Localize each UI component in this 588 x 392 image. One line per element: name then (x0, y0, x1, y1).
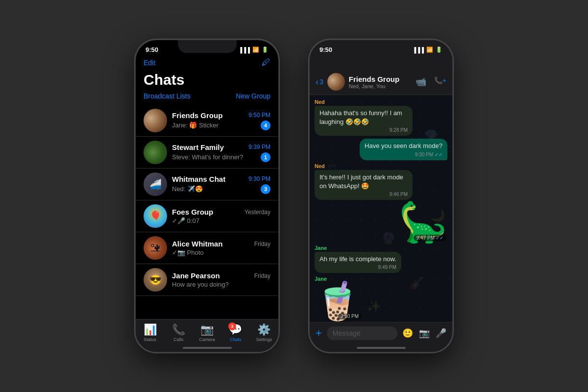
status-bar-left: 9:50 ▐▐▐ 📶 🔋 (136, 40, 278, 55)
chat-item-whitmans-chat[interactable]: 🚄 Whitmans Chat 9:30 PM Ned: ✈️😍 3 (136, 169, 278, 200)
message-out-darkmode: Have you seen dark mode? 9:30 PM ✓✓ (360, 139, 447, 160)
signal-icon: ▐▐▐ (239, 47, 250, 53)
chats-tab-label: Chats (230, 337, 242, 342)
tab-status[interactable]: 📊 Status (136, 323, 164, 342)
msg-text-jane-mylife: Ah my life is complete now. (319, 255, 396, 264)
chat-item-foes-group[interactable]: 🎈 Foes Group Yesterday ✓🎤 0:07 (136, 200, 278, 232)
chat-item-friends-group[interactable]: Friends Group 9:50 PM Jane: 🎁 Sticker 4 (136, 105, 278, 137)
bubble-ned-itshere: It's here!! I just got dark mode on What… (315, 170, 413, 200)
checkmark-out-darkmode: ✓✓ (435, 152, 442, 157)
chat-info-stewart-family: Stewart Family 9:39 PM Steve: What's for… (172, 143, 270, 162)
sender-ned-2: Ned (315, 163, 413, 169)
chat-name-foes-group: Foes Group (172, 208, 213, 216)
battery-icon: 🔋 (262, 47, 269, 53)
header-actions: 📹 📞+ (416, 76, 446, 87)
avatar-friends-group (144, 109, 167, 132)
chat-time-foes-group: Yesterday (245, 209, 270, 216)
chat-preview-stewart-family: Steve: What's for dinner? (172, 153, 244, 161)
bubble-jane-mylife: Ah my life is complete now. 9:49 PM (315, 252, 401, 273)
message-input-field[interactable]: Message (327, 326, 397, 340)
camera-icon[interactable]: 📷 (419, 328, 430, 339)
chat-item-alice-whitman[interactable]: 🏜 Alice Whitman Friday ✓📷 Photo (136, 232, 278, 264)
chats-nav: Edit 🖊 (136, 55, 278, 72)
msg-text-ned-hahaha: Hahaha that's so funny!! I am laughing 🤣… (319, 109, 408, 126)
msg-time-ned-itshere: 9:46 PM (319, 192, 408, 197)
chat-name-alice-whitman: Alice Whitman (172, 240, 222, 248)
header-members: Ned, Jane, You (349, 83, 412, 89)
wifi-icon-right: 📶 (426, 47, 433, 53)
calls-tab-label: Calls (173, 337, 183, 342)
edit-button[interactable]: Edit (144, 59, 155, 67)
chat-info-jane-pearson: Jane Pearson Friday How are you doing? (172, 271, 270, 288)
chat-preview-alice-whitman: ✓📷 Photo (172, 249, 204, 256)
message-ned-hahaha: Ned Hahaha that's so funny!! I am laughi… (315, 99, 413, 136)
tab-chats[interactable]: 💬 Chats 3 (221, 323, 250, 342)
header-group-name: Friends Group (349, 75, 412, 83)
message-jane-coffee-sticker: Jane 🧋 9:50 PM (315, 276, 361, 319)
chat-item-stewart-family[interactable]: Stewart Family 9:39 PM Steve: What's for… (136, 137, 278, 169)
signal-icon-right: ▐▐▐ (413, 47, 424, 53)
avatar-whitmans-chat: 🚄 (144, 172, 167, 196)
chats-tab-badge: 3 (228, 322, 236, 330)
new-group-link[interactable]: New Group (236, 92, 270, 100)
camera-tab-icon: 📷 (200, 323, 214, 336)
chat-header: ‹ 3 Friends Group Ned, Jane, You 📹 📞+ (310, 55, 452, 95)
avatar-jane-pearson: 😎 (144, 268, 167, 292)
chat-preview-foes-group: ✓🎤 0:07 (172, 217, 199, 224)
status-icons-left: ▐▐▐ 📶 🔋 (239, 47, 269, 53)
chats-screen: 9:50 ▐▐▐ 📶 🔋 Edit 🖊 Chats Broadcast List… (136, 40, 278, 352)
message-ned-itshere: Ned It's here!! I just got dark mode on … (315, 163, 413, 200)
broadcast-lists-link[interactable]: Broadcast Lists (144, 92, 191, 100)
bubble-out-darkmode: Have you seen dark mode? 9:30 PM ✓✓ (360, 139, 447, 160)
chat-name-jane-pearson: Jane Pearson (172, 271, 220, 280)
chat-time-alice-whitman: Friday (254, 241, 270, 247)
chat-time-jane-pearson: Friday (254, 272, 270, 279)
status-tab-label: Status (144, 337, 156, 342)
chevron-left-icon: ‹ (316, 77, 318, 87)
phone-add-icon[interactable]: 📞+ (434, 76, 446, 87)
settings-tab-label: Settings (256, 337, 272, 342)
tab-calls[interactable]: 📞 Calls (164, 323, 193, 342)
video-call-icon[interactable]: 📹 (416, 76, 426, 87)
chat-name-stewart-family: Stewart Family (172, 143, 224, 151)
input-right-icons: 🙂 📷 🎤 (402, 328, 446, 339)
avatar-stewart-family (144, 141, 167, 164)
header-avatar (327, 73, 345, 91)
unread-badge-whitmans-chat: 3 (261, 184, 270, 194)
compose-icon[interactable]: 🖊 (262, 57, 270, 68)
chat-preview-whitmans-chat: Ned: ✈️😍 (172, 185, 203, 193)
msg-time-out-darkmode: 9:30 PM ✓✓ (365, 152, 442, 157)
sender-ned-1: Ned (315, 99, 413, 105)
dino-sticker-time: 9:47 PM ✓✓ (414, 235, 446, 241)
chat-item-jane-pearson[interactable]: 😎 Jane Pearson Friday How are you doing? (136, 264, 278, 296)
chat-time-friends-group: 9:50 PM (248, 112, 270, 119)
avatar-foes-group: 🎈 (144, 204, 167, 228)
dino-checkmark: ✓✓ (436, 235, 443, 241)
sticker-icon[interactable]: 🙂 (402, 328, 413, 339)
add-attachment-icon[interactable]: + (316, 327, 322, 340)
bubble-ned-hahaha: Hahaha that's so funny!! I am laughing 🤣… (315, 106, 413, 136)
tab-settings[interactable]: ⚙️ Settings (250, 323, 278, 342)
chat-name-whitmans-chat: Whitmans Chat (172, 175, 225, 183)
status-time-right: 9:50 (319, 46, 332, 53)
chat-screen: 9:50 ▐▐▐ 📶 🔋 ‹ 3 Friends Group Ned, Jane… (310, 40, 452, 352)
chat-info-foes-group: Foes Group Yesterday ✓🎤 0:07 (172, 208, 270, 224)
home-indicator-right (357, 347, 406, 349)
wifi-icon: 📶 (252, 47, 259, 53)
header-info: Friends Group Ned, Jane, You (349, 75, 412, 89)
msg-time-ned-hahaha: 9:28 PM (319, 127, 408, 133)
tab-camera[interactable]: 📷 Camera (193, 323, 221, 342)
sender-jane-1: Jane (315, 245, 401, 251)
home-indicator-left (183, 347, 232, 349)
camera-tab-label: Camera (199, 337, 215, 342)
back-button[interactable]: ‹ 3 (316, 77, 323, 87)
status-time-left: 9:50 (146, 46, 158, 53)
chat-info-alice-whitman: Alice Whitman Friday ✓📷 Photo (172, 240, 270, 256)
chat-messages: ⭐ 💎 🎵 🌙 ❤️ 🎸 ✨ 🔮 Ned Hahaha that's so fu… (310, 95, 452, 322)
battery-icon-right: 🔋 (436, 47, 442, 53)
chat-name-friends-group: Friends Group (172, 111, 222, 120)
phone-right: 9:50 ▐▐▐ 📶 🔋 ‹ 3 Friends Group Ned, Jane… (309, 39, 453, 353)
microphone-icon[interactable]: 🎤 (436, 328, 446, 339)
unread-badge-friends-group: 4 (261, 121, 270, 130)
calls-tab-icon: 📞 (172, 323, 185, 336)
